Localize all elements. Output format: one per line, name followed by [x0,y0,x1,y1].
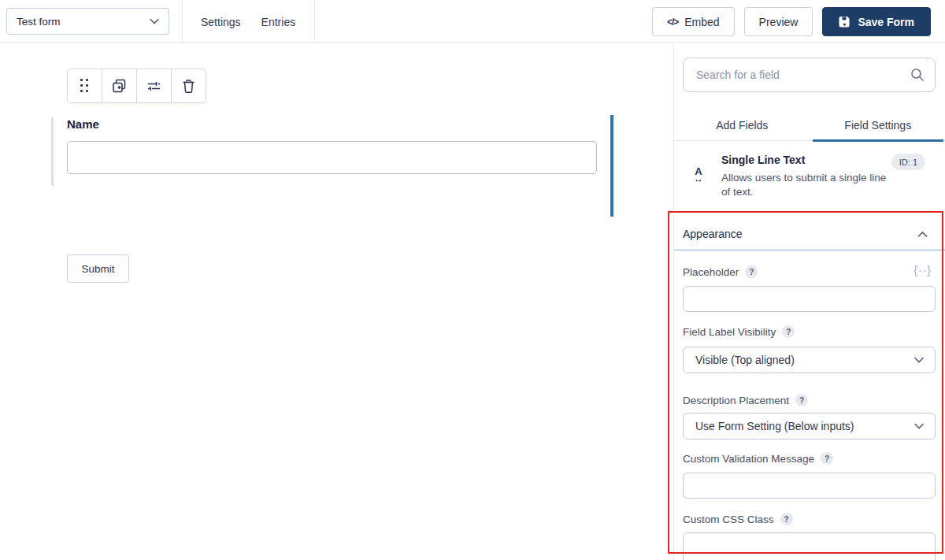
custom-validation-message-input[interactable] [683,473,936,499]
code-icon: </> [667,17,678,28]
custom-css-class-label: Custom CSS Class ? [683,513,793,525]
trash-icon [182,79,195,94]
search-icon [910,68,925,82]
description-placement-select[interactable]: Use Form Setting (Below inputs) [683,413,936,439]
form-selector-value: Test form [17,16,61,28]
description-placement-label: Description Placement ? [683,394,808,406]
help-icon[interactable]: ? [780,513,793,525]
placeholder-label: Placeholder ? [683,265,758,278]
save-form-label: Save Form [858,16,914,28]
selected-field-description: Allows users to submit a single line of … [721,171,888,198]
appearance-section-header[interactable]: Appearance [674,218,945,250]
preview-button[interactable]: Preview [744,7,813,36]
chevron-down-icon [914,357,924,363]
divider [182,0,183,43]
merge-tag-icon[interactable]: {··} [914,264,932,276]
nav-settings[interactable]: Settings [201,16,241,28]
field-toolbar [67,69,206,103]
field-label: Name [67,117,99,131]
settings-sidebar: Add Fields Field Settings A ↔ Single Lin… [673,44,945,560]
name-field-input[interactable] [67,141,597,174]
save-icon [839,16,851,28]
placeholder-input[interactable] [683,286,936,312]
form-selector-dropdown[interactable]: Test form [6,8,169,35]
drag-handle-icon[interactable] [67,69,102,103]
single-line-text-icon: A ↔ [691,168,706,183]
chevron-down-icon [150,18,159,24]
chevron-down-icon [914,423,924,429]
top-bar: Test form Settings Entries </> Embed Pre… [0,0,945,43]
save-form-button[interactable]: Save Form [822,7,931,36]
help-icon[interactable]: ? [795,394,808,406]
custom-validation-message-label: Custom Validation Message ? [683,452,833,465]
selected-field-title: Single Line Text [721,154,805,166]
sliders-icon [146,79,161,94]
nav-entries[interactable]: Entries [261,16,296,28]
embed-button-label: Embed [684,16,719,28]
sidebar-tabs: Add Fields Field Settings [674,110,945,141]
field-selected-bar [610,115,613,217]
appearance-section-title: Appearance [683,228,743,240]
form-canvas: Name Submit [0,44,673,560]
field-label-visibility-select[interactable]: Visible (Top aligned) [683,347,936,373]
submit-button[interactable]: Submit [67,254,129,283]
divider [314,0,315,43]
embed-button[interactable]: </> Embed [652,7,735,36]
preview-button-label: Preview [759,16,799,28]
tab-add-fields[interactable]: Add Fields [674,110,810,140]
description-placement-value: Use Form Setting (Below inputs) [695,420,854,432]
tab-field-settings[interactable]: Field Settings [810,110,945,140]
help-icon[interactable]: ? [745,265,758,278]
field-settings-button[interactable] [136,69,172,103]
chevron-up-icon [917,231,928,238]
field-id-badge: ID: 1 [891,154,925,170]
help-icon[interactable]: ? [782,325,795,338]
field-label-visibility-label: Field Label Visibility ? [683,325,795,338]
delete-field-button[interactable] [171,69,206,103]
field-label-visibility-value: Visible (Top aligned) [695,354,795,366]
field-hover-bar [51,117,54,186]
duplicate-icon [112,79,127,94]
custom-css-class-input[interactable] [683,532,936,560]
search-field-input[interactable] [683,57,936,92]
help-icon[interactable]: ? [821,452,833,465]
duplicate-field-button[interactable] [102,69,137,103]
